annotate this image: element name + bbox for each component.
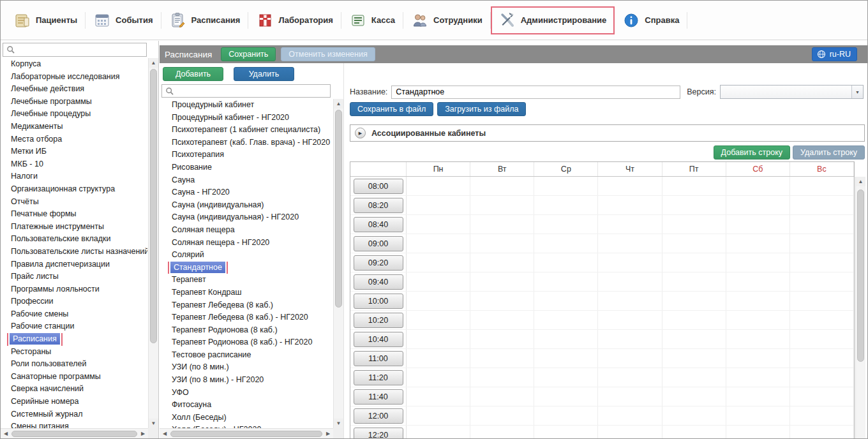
grid-cell[interactable] [662,368,726,387]
time-slot-button[interactable]: 09:00 [354,236,403,251]
grid-cell[interactable] [790,387,854,406]
sidebar-item[interactable]: Правила диспетчеризации [1,258,147,271]
grid-cell[interactable] [407,330,470,348]
add-row-button[interactable]: Добавить строку [714,145,790,160]
grid-cell[interactable] [470,292,534,310]
grid-cell[interactable] [534,368,598,387]
grid-cell[interactable] [470,196,534,214]
schedule-item[interactable]: Терапевт Лебедева (8 каб.) [160,299,333,312]
time-slot-button[interactable]: 09:40 [354,274,403,290]
version-select[interactable]: ▼ [720,85,864,99]
grid-cell[interactable] [534,215,598,234]
grid-cell[interactable] [407,426,470,438]
time-slot-button[interactable]: 08:20 [354,198,403,213]
sidebar-item[interactable]: Расписания [1,333,147,346]
time-slot-button[interactable]: 09:20 [354,255,403,271]
grid-cell[interactable] [407,311,470,329]
grid-cell[interactable] [790,215,854,234]
time-slot-button[interactable]: 11:40 [354,389,403,405]
grid-cell[interactable] [726,234,790,253]
grid-cell[interactable] [726,349,790,368]
schedule-item[interactable]: Терапевт Родионова (8 каб.) - НГ2020 [160,336,333,349]
sidebar-item[interactable]: Отчёты [1,196,147,209]
scrollbar-thumb[interactable] [857,190,864,362]
delete-row-button[interactable]: Удалить строку [793,145,865,160]
sidebar-item[interactable]: Платежные инструменты [1,221,147,234]
time-slot-button[interactable]: 10:00 [354,294,403,309]
grid-cell[interactable] [726,292,790,310]
grid-cell[interactable] [534,177,598,195]
scroll-left-icon[interactable]: ◀ [1,431,11,436]
sidebar-vertical-scrollbar[interactable]: ▲ ▼ [148,58,158,428]
grid-cell[interactable] [598,349,662,368]
grid-cell[interactable] [662,253,726,272]
schedule-item[interactable]: Сауна (индивидуальная) - НГ2020 [160,211,333,224]
grid-cell[interactable] [534,349,598,368]
grid-cell[interactable] [470,349,534,368]
grid-cell[interactable] [470,368,534,387]
expand-section-icon[interactable]: ▶ [355,128,366,138]
grid-cell[interactable] [407,272,470,291]
grid-cell[interactable] [598,215,662,234]
schedule-item[interactable]: Соляная пещера - НГ2020 [160,237,333,249]
grid-cell[interactable] [598,406,662,425]
scroll-up-icon[interactable]: ▲ [856,177,865,186]
grid-cell[interactable] [790,196,854,214]
scroll-right-icon[interactable]: ▶ [323,431,333,436]
grid-cell[interactable] [598,330,662,348]
grid-cell[interactable] [598,292,662,310]
sidebar-item[interactable]: Организационная структура [1,183,147,196]
grid-cell[interactable] [790,406,854,425]
grid-cell[interactable] [470,253,534,272]
add-schedule-button[interactable]: Добавить [163,67,223,81]
sidebar-item[interactable]: МКБ - 10 [1,158,147,171]
sidebar-item[interactable]: Рабочие смены [1,308,147,321]
save-to-file-button[interactable]: Сохранить в файл [350,102,433,116]
grid-cell[interactable] [662,234,726,253]
schedule-item[interactable]: Фитосауна [160,399,333,412]
sidebar-item[interactable]: Санаторные программы [1,371,147,383]
scroll-down-icon[interactable]: ▼ [149,419,158,428]
grid-cell[interactable] [790,177,854,195]
grid-cell[interactable] [790,330,854,348]
grid-cell[interactable] [470,387,534,406]
schedule-item[interactable]: Психотерапевт (1 кабинет специалиста) [160,124,333,137]
grid-cell[interactable] [662,426,726,438]
grid-cell[interactable] [407,387,470,406]
sidebar-horizontal-scrollbar[interactable]: ◀ ▶ [1,428,148,438]
grid-cell[interactable] [470,426,534,438]
toolbar-item-employees[interactable]: Сотрудники [403,6,491,34]
schedule-item[interactable]: Сауна [160,174,333,187]
time-slot-button[interactable]: 10:20 [354,313,403,328]
schedule-item[interactable]: Терапевт Родионова (8 каб.) [160,324,333,337]
grid-cell[interactable] [726,215,790,234]
grid-cell[interactable] [662,215,726,234]
grid-cell[interactable] [534,406,598,425]
grid-cell[interactable] [534,387,598,406]
sidebar-search-input[interactable] [19,45,143,54]
grid-cell[interactable] [598,234,662,253]
grid-cell[interactable] [726,406,790,425]
grid-cell[interactable] [598,253,662,272]
save-button[interactable]: Сохранить [221,47,276,61]
grid-cell[interactable] [662,330,726,348]
grid-cell[interactable] [534,253,598,272]
grid-cell[interactable] [790,311,854,329]
toolbar-item-patients[interactable]: Пациенты [6,6,86,34]
schedule-item[interactable]: Терапевт [160,274,333,286]
schedule-item[interactable]: Рисование [160,161,333,174]
sidebar-item[interactable]: Сверка начислений [1,383,147,396]
toolbar-item-cash[interactable]: Касса [341,6,403,34]
schedule-item[interactable]: Стандартное [160,262,333,274]
grid-cell[interactable] [470,330,534,348]
time-slot-button[interactable]: 08:00 [354,179,403,194]
grid-cell[interactable] [726,177,790,195]
scrollbar-thumb[interactable] [150,69,157,343]
scroll-down-icon[interactable]: ▼ [334,419,343,428]
toolbar-item-events[interactable]: События [86,6,161,34]
sidebar-item[interactable]: Печатные формы [1,208,147,221]
scroll-up-icon[interactable]: ▲ [334,99,343,108]
schedule-name-input[interactable] [391,86,680,99]
grid-cell[interactable] [407,215,470,234]
sidebar-item[interactable]: Рабочие станции [1,320,147,333]
